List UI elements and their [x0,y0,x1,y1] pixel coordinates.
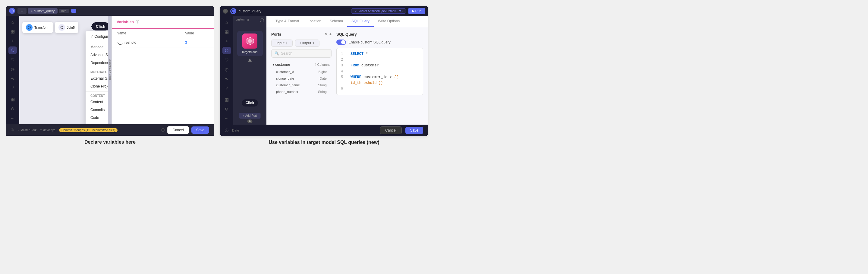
canvas-node-info-icon: ⓘ [260,18,264,23]
left-footer: ⓘ ⑂ Master Fork ⑂ dev/anya Commit Change… [6,124,214,136]
schema-tree-header[interactable]: ▾ customer 4 Columns [271,61,332,68]
right-tabs: Type & Format Location Schema SQL Query … [267,16,428,27]
rs-grid-icon[interactable]: ▦ [222,95,231,103]
window-body: ⌂ ▦ + ⬡ ♡ ◷ ∿ ⑂ ▦ ⊙ ··· [6,16,214,124]
dropdown-advance-settings[interactable]: Advance Settings [86,51,108,59]
sql-editor[interactable]: 1 SELECT * 2 3 FROM customer [336,48,423,95]
branch-icon: ⑂ [18,129,19,132]
sidebar-nodes-icon[interactable]: ⬡ [8,47,17,54]
ports-edit-icon[interactable]: ✎ [324,32,328,36]
right-panel: ✕ ⬡ custom_query ✓ Cluster Attached (dev… [220,6,428,149]
join-node[interactable]: ⬡ Join5 [55,22,79,33]
sidebar-settings-icon[interactable]: ⊙ [8,105,17,112]
tab-location[interactable]: Location [304,16,326,27]
rs-heart-icon[interactable]: ♡ [222,56,231,64]
dropdown-menu: ✓ Configuration Manage Advance Settings … [86,31,108,124]
commit-badge[interactable]: Commit Changes (11 uncommitted files) [59,128,118,132]
cluster-badge[interactable]: ✓ Cluster Attached (devDatabri...▼) [351,8,406,13]
right-main: Ports ✎ + Input 1 [267,27,428,125]
schema-tree: ▾ customer 4 Columns customer_id Bigint … [271,61,332,95]
right-title: custom_query [239,9,261,13]
schema-col-customer-name: customer_name String [271,82,332,88]
rs-chart-icon[interactable]: ∿ [222,75,231,83]
right-caption: Use variables in target model SQL querie… [220,136,428,149]
dropdown-content[interactable]: Content ↗ [86,98,108,106]
transform-node[interactable]: ⬡ Transform [22,22,53,33]
right-cancel-button[interactable]: Cancel [380,127,401,134]
variables-info-icon: ⓘ [135,19,139,24]
sidebar-clock-icon[interactable]: ◷ [8,65,17,73]
tab-schema[interactable]: Schema [326,16,347,27]
search-icon: 🔍 [275,51,279,56]
dropdown-dependencies[interactable]: Dependencies [86,59,108,67]
rs-clock-icon[interactable]: ◷ [222,65,231,73]
titlebar-tabs: ⊙ ○ custom_query Info [18,8,69,14]
sidebar-more-icon[interactable]: ··· [8,114,17,122]
left-caption: Declare variables here [6,136,214,148]
right-app-window: ✕ ⬡ custom_query ✓ Cluster Attached (dev… [220,6,428,136]
target-model-node[interactable]: 0 TargetModel [237,31,263,56]
port-row: Input 1 Output 1 [271,39,332,47]
run-button[interactable]: ▶ Run [408,8,425,14]
input-port[interactable]: Input 1 [271,39,293,47]
add-port-button[interactable]: + Add Port [239,113,261,118]
tab-custom-query[interactable]: ○ custom_query [28,8,58,13]
close-button[interactable]: ✕ [223,9,228,13]
rs-settings-icon[interactable]: ⊙ [222,105,231,113]
dropdown-manage[interactable]: Manage [86,43,108,51]
schema-search-box[interactable]: 🔍 Search [271,49,332,58]
sql-line-5: 5 WHERE customer_id > {{ id_threshold }} [341,75,418,86]
output-port[interactable]: Output 1 [295,39,319,47]
left-titlebar: ⬡ ⊙ ○ custom_query Info ··· [6,6,214,16]
rs-more-icon[interactable]: ··· [222,115,231,122]
sidebar-grid-icon[interactable]: ▦ [8,95,17,103]
dropdown-clone[interactable]: Clone Project [86,82,108,90]
tab-sql-query[interactable]: SQL Query [347,16,374,27]
right-content: Type & Format Location Schema SQL Query … [267,16,428,125]
sidebar-file-icon[interactable]: ▦ [8,27,17,35]
rs-nodes-icon[interactable]: ⬡ [222,47,231,54]
canvas-node-label: custom_q... [236,18,251,21]
rs-merge-icon[interactable]: ⑂ [222,84,231,92]
tab-type-format[interactable]: Type & Format [271,16,304,27]
sidebar-merge-icon[interactable]: ⑂ [8,84,17,92]
app-logo: ⬡ [9,8,15,14]
more-badge[interactable]: ··· [71,9,76,13]
left-sidebar: ⌂ ▦ + ⬡ ♡ ◷ ∿ ⑂ ▦ ⊙ ··· [6,16,19,124]
info-icon-footer: ⓘ [11,128,14,132]
left-save-button[interactable]: Save [191,127,209,134]
sidebar-chart-icon[interactable]: ∿ [8,75,17,82]
ports-title: Ports ✎ + [271,32,332,36]
schema-col-customer-id: customer_id Bigint [271,68,332,75]
join-label: Join5 [67,26,75,29]
sql-line-4: 4 [341,69,418,75]
click-bubble-right: Click [242,99,258,107]
rs-home-icon[interactable]: ⌂ [222,19,231,26]
divider-2 [86,68,108,68]
dropdown-code[interactable]: Code ↗ [86,114,108,121]
sidebar-add-icon[interactable]: + [8,37,17,45]
sql-line-3: 3 FROM customer [341,63,418,68]
rs-add-icon[interactable]: + [222,37,231,45]
sidebar-home-icon[interactable]: ⌂ [8,18,17,26]
right-save-button[interactable]: Save [405,127,423,134]
ports-title-icons: ✎ + [324,32,332,36]
sql-header: SQL Query [336,32,423,36]
dropdown-external-git[interactable]: External Git Config [86,75,108,82]
divider-4 [86,123,108,123]
dropdown-commits[interactable]: Commits ↗ [86,106,108,114]
project-config-panel: Project Configuration [108,16,112,124]
sql-toggle[interactable] [336,39,346,45]
sidebar-heart-icon[interactable]: ♡ [8,56,17,63]
target-model-icon [242,33,257,49]
ports-section: Ports ✎ + Input 1 [271,32,332,120]
rs-file-icon[interactable]: ▦ [222,28,231,35]
footer-branch-sub: ⑂ dev/anya [40,129,56,132]
tab-nodes[interactable]: ⊙ [18,8,27,14]
transform-icon: ⬡ [26,24,33,31]
tab-write-options[interactable]: Write Options [374,16,404,27]
tab-info[interactable]: Info [59,9,69,13]
ports-add-icon[interactable]: + [330,32,332,36]
dropdown-config-item[interactable]: ✓ Configuration [86,33,108,40]
left-cancel-button[interactable]: Cancel [167,126,189,134]
